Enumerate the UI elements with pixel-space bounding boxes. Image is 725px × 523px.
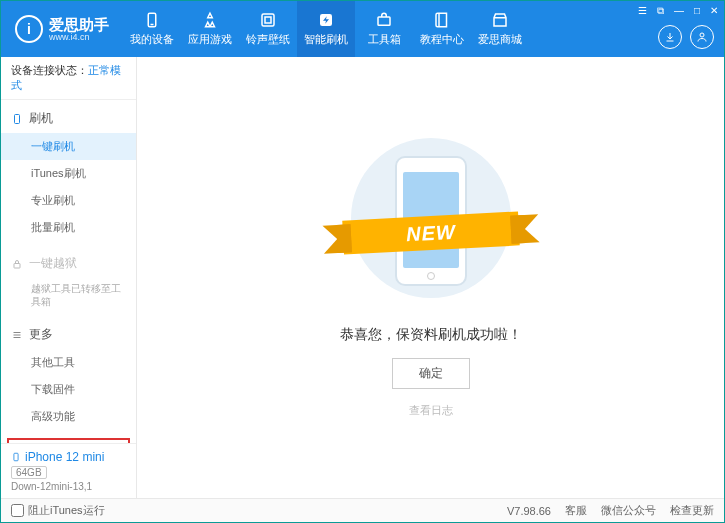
svg-rect-9: [15, 114, 20, 123]
menu-icon[interactable]: ☰: [638, 5, 647, 17]
lock-icon: [11, 258, 23, 270]
connection-status: 设备连接状态：正常模式: [1, 57, 136, 100]
logo-icon: i: [15, 15, 43, 43]
maximize-icon[interactable]: □: [694, 5, 700, 17]
nav-toolbox[interactable]: 工具箱: [355, 1, 413, 57]
nav-ringtones[interactable]: 铃声壁纸: [239, 1, 297, 57]
close-icon[interactable]: ✕: [710, 5, 718, 17]
book-icon: [433, 11, 451, 29]
wallpaper-icon: [259, 11, 277, 29]
brand-logo: i 爱思助手 www.i4.cn: [1, 15, 123, 43]
sidebar-item-other-tools[interactable]: 其他工具: [1, 349, 136, 376]
svg-rect-5: [378, 17, 390, 25]
device-firmware: Down-12mini-13,1: [11, 481, 126, 492]
nav-apps-games[interactable]: 应用游戏: [181, 1, 239, 57]
sidebar-head-more[interactable]: 更多: [1, 320, 136, 349]
sidebar-item-batch[interactable]: 批量刷机: [1, 214, 136, 241]
support-link[interactable]: 客服: [565, 503, 587, 518]
sidebar-item-download-fw[interactable]: 下载固件: [1, 376, 136, 403]
sidebar-item-pro[interactable]: 专业刷机: [1, 187, 136, 214]
view-log-link[interactable]: 查看日志: [409, 403, 453, 418]
nav-smart-flash[interactable]: 智能刷机: [297, 1, 355, 57]
apps-icon: [201, 11, 219, 29]
device-icon: [11, 450, 21, 464]
sidebar-head-jailbreak: 一键越狱: [1, 249, 136, 278]
nav-my-device[interactable]: 我的设备: [123, 1, 181, 57]
flash-icon: [317, 11, 335, 29]
sidebar-item-itunes[interactable]: iTunes刷机: [1, 160, 136, 187]
phone-small-icon: [11, 113, 23, 125]
user-icon: [696, 31, 708, 43]
svg-rect-10: [14, 263, 20, 268]
connected-device[interactable]: iPhone 12 mini 64GB Down-12mini-13,1: [1, 443, 136, 498]
nav-tutorials[interactable]: 教程中心: [413, 1, 471, 57]
check-update-link[interactable]: 检查更新: [670, 503, 714, 518]
brand-subtitle: www.i4.cn: [49, 32, 109, 42]
svg-point-8: [700, 33, 704, 37]
account-button[interactable]: [690, 25, 714, 49]
pin-icon[interactable]: ⧉: [657, 5, 664, 17]
sidebar-head-flash[interactable]: 刷机: [1, 104, 136, 133]
success-message: 恭喜您，保资料刷机成功啦！: [340, 326, 522, 344]
jailbreak-note: 越狱工具已转移至工具箱: [1, 278, 136, 312]
download-icon: [664, 31, 676, 43]
main-panel: NEW 恭喜您，保资料刷机成功啦！ 确定 查看日志: [137, 57, 724, 498]
sidebar-item-oneclick[interactable]: 一键刷机: [1, 133, 136, 160]
sidebar-item-advanced[interactable]: 高级功能: [1, 403, 136, 430]
svg-rect-2: [262, 14, 274, 26]
success-illustration: NEW: [351, 138, 511, 308]
download-button[interactable]: [658, 25, 682, 49]
minimize-icon[interactable]: —: [674, 5, 684, 17]
window-controls: ☰ ⧉ — □ ✕: [638, 5, 718, 17]
ok-button[interactable]: 确定: [392, 358, 470, 389]
store-icon: [491, 11, 509, 29]
svg-rect-3: [265, 17, 271, 23]
status-bar: 阻止iTunes运行 V7.98.66 客服 微信公众号 检查更新: [1, 498, 724, 522]
toolbox-icon: [375, 11, 393, 29]
list-icon: [11, 329, 23, 341]
device-capacity: 64GB: [11, 466, 47, 479]
sidebar: 设备连接状态：正常模式 刷机 一键刷机 iTunes刷机 专业刷机 批量刷机 一…: [1, 57, 137, 498]
phone-icon: [143, 11, 161, 29]
block-itunes-checkbox[interactable]: 阻止iTunes运行: [11, 503, 105, 518]
app-header: i 爱思助手 www.i4.cn 我的设备 应用游戏 铃声壁纸 智能刷机 工具箱…: [1, 1, 724, 57]
main-nav: 我的设备 应用游戏 铃声壁纸 智能刷机 工具箱 教程中心 爱思商城: [123, 1, 529, 57]
svg-rect-14: [14, 453, 18, 461]
version-label: V7.98.66: [507, 505, 551, 517]
brand-title: 爱思助手: [49, 17, 109, 32]
wechat-link[interactable]: 微信公众号: [601, 503, 656, 518]
nav-store[interactable]: 爱思商城: [471, 1, 529, 57]
